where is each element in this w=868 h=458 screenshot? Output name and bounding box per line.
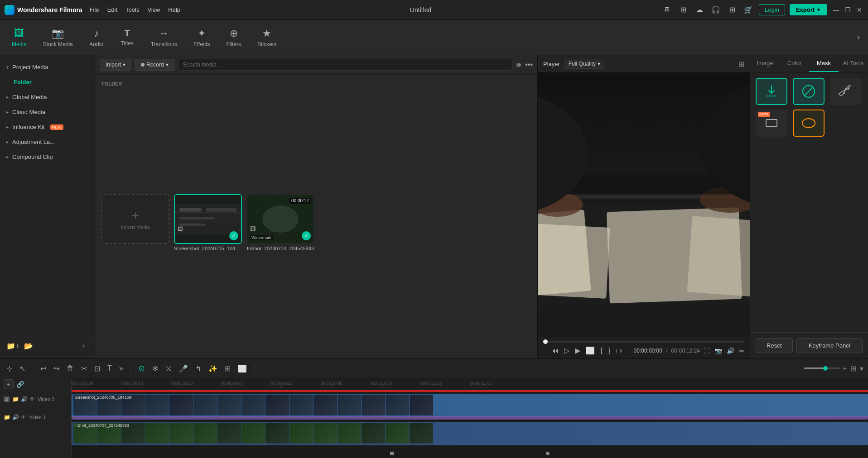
text-button[interactable]: T — [106, 363, 114, 374]
tab-media[interactable]: 🖼 Media — [5, 24, 34, 51]
sidebar-item-cloud-media[interactable]: ▸ Cloud Media — [0, 105, 95, 119]
select-tool-button[interactable]: ⊹ — [5, 363, 14, 375]
shop-icon[interactable]: 🛒 — [743, 4, 754, 16]
login-button[interactable]: Login — [759, 4, 785, 15]
track1-volume-icon[interactable]: 🔊 — [12, 414, 19, 420]
sidebar-item-folder[interactable]: Folder — [0, 75, 95, 90]
tab-image[interactable]: Image — [750, 55, 780, 72]
link-tracks-icon[interactable]: 🔗 — [16, 381, 24, 388]
track1-eye-icon[interactable]: 👁 — [21, 414, 26, 420]
cut-button[interactable]: ✂ — [79, 363, 89, 375]
mark-out-button[interactable]: } — [608, 347, 610, 355]
fullscreen-icon[interactable]: ⛶ — [704, 347, 710, 354]
media-more-icon[interactable]: ••• — [525, 61, 533, 69]
settings-icon[interactable]: ⇔ — [739, 347, 744, 354]
sidebar-item-adjustment[interactable]: ▸ Adjustment La... — [0, 134, 95, 149]
track2-folder-icon[interactable]: 📁 — [12, 396, 19, 402]
player-expand-icon[interactable]: ⊞ — [738, 60, 744, 68]
tab-stock-media[interactable]: 📷 Stock Media — [36, 24, 80, 51]
track2-eye-icon[interactable]: 👁 — [29, 396, 35, 402]
import-button[interactable]: Import ▾ — [100, 59, 131, 71]
folder-action-icon[interactable]: 📂 — [24, 342, 33, 350]
zoom-in-icon[interactable]: + — [843, 365, 847, 372]
monitor-icon[interactable]: 🖥 — [661, 4, 673, 16]
delete-button[interactable]: 🗑 — [65, 363, 76, 374]
group-button[interactable]: ⊞ — [223, 363, 232, 375]
tab-stickers[interactable]: ★ Stickers — [250, 24, 284, 51]
more-tabs-icon[interactable]: › — [854, 29, 863, 46]
play-button[interactable]: ▶ — [575, 346, 580, 355]
snowflake-button[interactable]: ❄ — [150, 363, 160, 375]
tab-mask[interactable]: Mask — [809, 55, 839, 72]
volume-icon[interactable]: 🔊 — [727, 347, 734, 354]
sidebar-item-influence-kit[interactable]: ▸ Influence Kit NEW — [0, 119, 95, 134]
redo-button[interactable]: ↪ — [52, 363, 61, 375]
cloud-icon[interactable]: ☁ — [694, 4, 705, 16]
sidebar-item-compound-clip[interactable]: ▸ Compound Clip — [0, 149, 95, 164]
insert-button[interactable]: ↦ — [616, 346, 622, 355]
tab-audio[interactable]: ♪ Audio — [82, 24, 111, 51]
reset-button[interactable]: Reset — [756, 338, 793, 353]
green-effect-button[interactable]: ⊙ — [136, 362, 147, 375]
menu-edit[interactable]: Edit — [107, 6, 117, 13]
track-clip-video1[interactable]: InShot_20240704_204545883 — [72, 422, 868, 445]
menu-file[interactable]: File — [90, 6, 99, 13]
track-clip-video2[interactable]: Screenshot_20240705_104150- — [72, 394, 868, 417]
track2-volume-icon[interactable]: 🔊 — [21, 396, 28, 402]
filter-icon[interactable]: ⊜ — [516, 61, 521, 68]
minimize-button[interactable]: — — [832, 6, 840, 14]
tab-titles[interactable]: T Titles — [113, 24, 142, 51]
menu-view[interactable]: View — [147, 6, 160, 13]
sidebar-collapse-icon[interactable]: ‹ — [82, 342, 88, 350]
play-alt-button[interactable]: ▷ — [564, 346, 569, 355]
shield-button[interactable]: ⚔ — [164, 363, 174, 375]
tab-color[interactable]: Color — [780, 55, 809, 72]
export-button[interactable]: Export ▼ — [790, 4, 827, 15]
mask-download-btn[interactable] — [756, 78, 787, 105]
zoom-slider[interactable] — [804, 367, 840, 369]
menu-tools[interactable]: Tools — [125, 6, 139, 13]
crop-button[interactable]: ⊡ — [92, 363, 102, 375]
search-input[interactable] — [178, 59, 512, 71]
add-folder-icon[interactable]: 📁+ — [6, 342, 19, 350]
tab-filters[interactable]: ⊕ Filters — [219, 24, 248, 51]
headphone-icon[interactable]: 🎧 — [710, 4, 722, 16]
media-tile-screenshot[interactable]: ✓ 🖼 Screenshot_20240705_104150 — [174, 194, 242, 353]
undo-button[interactable]: ↩ — [39, 363, 48, 375]
picture-in-picture-button[interactable]: ⬜ — [236, 363, 249, 375]
mic-button[interactable]: 🎤 — [177, 363, 190, 375]
quality-selector[interactable]: Full Quality ▾ — [564, 59, 604, 69]
add-video-track-button[interactable]: + — [4, 379, 14, 389]
track1-folder-icon[interactable]: 📁 — [4, 414, 10, 420]
zoom-out-icon[interactable]: — — [795, 365, 801, 372]
grid-icon[interactable]: ⊞ — [726, 4, 738, 16]
mask-circle-slash-btn[interactable] — [793, 78, 825, 105]
bookmark-icon[interactable]: ⊞ — [677, 4, 689, 16]
record-button[interactable]: Record ▾ — [135, 59, 174, 71]
tab-ai-tools[interactable]: AI Tools — [839, 55, 868, 72]
extract-button[interactable]: ↰ — [193, 363, 203, 375]
restore-button[interactable]: ❐ — [844, 6, 852, 14]
tab-transitions[interactable]: ↔ Transitions — [144, 24, 184, 51]
mask-ellipse-btn[interactable] — [793, 110, 825, 137]
tab-effects[interactable]: ✦ Effects — [186, 24, 217, 51]
player-progress-bar[interactable] — [543, 341, 744, 343]
import-media-tile[interactable]: + Import Media — [101, 194, 169, 244]
grid-layout-icon[interactable]: ⊞ — [850, 364, 856, 373]
mark-in-button[interactable]: { — [600, 347, 603, 355]
close-button[interactable]: ✕ — [855, 6, 863, 14]
ai-button[interactable]: ✨ — [207, 363, 219, 375]
snapshot-icon[interactable]: 📷 — [714, 347, 722, 354]
playhead-handle[interactable] — [543, 339, 548, 344]
media-tile-inshot[interactable]: ✓ 00:00:12 Watermark 🎞 InShot_20240704_2… — [246, 194, 314, 353]
forward-button[interactable]: » — [117, 363, 125, 374]
sidebar-item-project-media[interactable]: ▾ Project Media — [0, 60, 95, 75]
more-options-icon[interactable]: ▾ — [860, 364, 863, 373]
step-back-button[interactable]: ⏮ — [551, 347, 559, 355]
mask-beta-rect-btn[interactable]: BETA — [756, 110, 787, 137]
mask-pen-btn[interactable] — [830, 78, 862, 105]
loop-button[interactable]: ⬜ — [586, 346, 595, 355]
pointer-tool-button[interactable]: ↖ — [18, 363, 27, 375]
sidebar-item-global-media[interactable]: ▸ Global Media — [0, 90, 95, 105]
keyframe-panel-button[interactable]: Keyframe Panel — [796, 338, 863, 353]
